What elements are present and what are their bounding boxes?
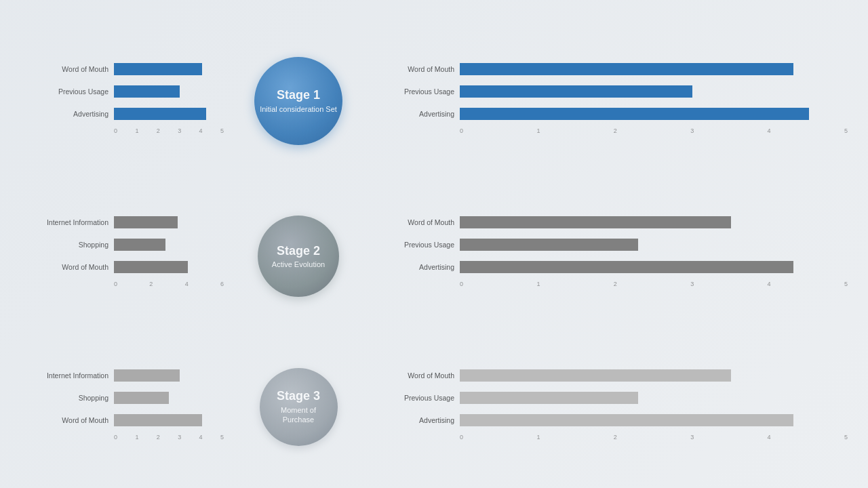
right-chart-3-bar-fill-3: [460, 414, 793, 426]
left-chart-2-bar-fill-2: [114, 239, 165, 251]
right-chart-2-bar-track-3: [460, 261, 848, 273]
left-chart-3-bar-fill-2: [114, 392, 169, 404]
right-chart-2-bar-fill-3: [460, 261, 793, 273]
left-chart-2-bar-fill-1: [114, 216, 178, 228]
left-chart-2-bar-track-2: [114, 239, 224, 251]
left-chart-3-bar-track-2: [114, 392, 224, 404]
right-chart-2-bar-fill-2: [460, 239, 638, 251]
right-chart-2-bar-fill-1: [460, 216, 731, 228]
right-chart-3-bar-track-1: [460, 369, 848, 382]
right-chart-1-bar-track-1: [460, 63, 848, 75]
right-chart-3-bar-track-3: [460, 414, 848, 426]
left-chart-3-bar-fill-1: [114, 369, 180, 382]
right-chart-3-bar-track-2: [460, 392, 848, 404]
right-chart-3-bar-fill-1: [460, 369, 731, 382]
left-chart-1-bar-fill-1: [114, 63, 202, 75]
left-chart-3-bar-track-3: [114, 414, 224, 426]
right-chart-3-bar-fill-2: [460, 392, 638, 404]
right-chart-1-bar-fill-3: [460, 108, 809, 120]
main-container: Word of MouthPrevious UsageAdvertising01…: [0, 0, 868, 488]
left-chart-1-bar-fill-3: [114, 108, 206, 120]
left-chart-1-bar-fill-2: [114, 85, 180, 98]
right-chart-2-bar-track-1: [460, 216, 848, 228]
left-chart-2-bar-fill-3: [114, 261, 188, 273]
left-chart-2-bar-track-1: [114, 216, 224, 228]
left-chart-2-bar-track-3: [114, 261, 224, 273]
right-chart-1-bar-track-3: [460, 108, 848, 120]
right-chart-1-bar-track-2: [460, 85, 848, 98]
right-chart-1-bar-fill-2: [460, 85, 692, 98]
right-chart-1-bar-fill-1: [460, 63, 793, 75]
left-chart-1-bar-track-2: [114, 85, 224, 98]
left-chart-1-bar-track-1: [114, 63, 224, 75]
left-chart-3-bar-fill-3: [114, 414, 202, 426]
right-chart-2-bar-track-2: [460, 239, 848, 251]
left-chart-3-bar-track-1: [114, 369, 224, 382]
left-chart-1-bar-track-3: [114, 108, 224, 120]
